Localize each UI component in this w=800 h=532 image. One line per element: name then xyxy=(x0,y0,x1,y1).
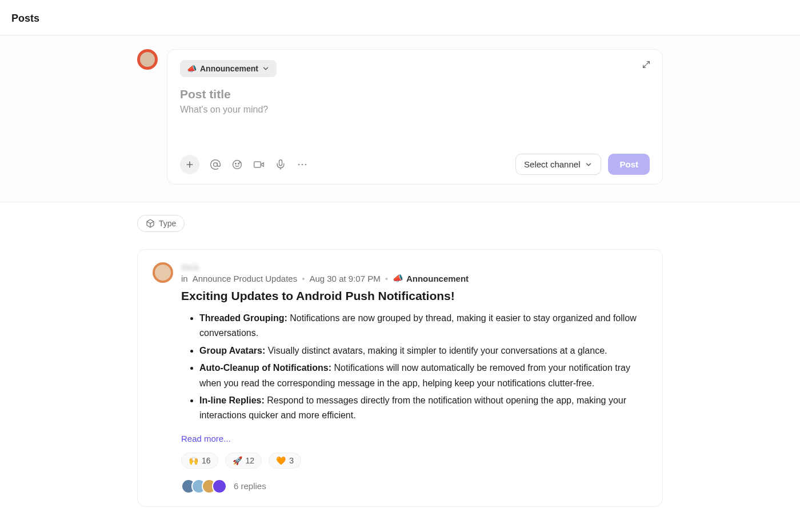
toolbar-right: Select channel Post xyxy=(515,154,650,175)
meta-separator: • xyxy=(302,274,305,283)
channel-select[interactable]: Select channel xyxy=(515,154,601,175)
composer-toolbar: Select channel Post xyxy=(180,154,650,175)
microphone-icon xyxy=(275,159,286,170)
svg-marker-7 xyxy=(261,162,263,166)
reaction-emoji-icon: 🙌 xyxy=(189,456,198,465)
composer-avatar xyxy=(137,49,158,70)
replies-count-text: 6 replies xyxy=(234,481,266,491)
post-channel-link[interactable]: Announce Product Updates xyxy=(193,274,297,283)
post-title: Exciting Updates to Android Push Notific… xyxy=(181,289,647,303)
svg-point-4 xyxy=(235,163,237,164)
reaction-pill[interactable]: 🧡 3 xyxy=(269,453,301,469)
more-horizontal-icon xyxy=(297,159,308,170)
mention-button[interactable] xyxy=(210,159,221,170)
post-bullet-item: In-line Replies: Respond to messages dir… xyxy=(199,393,647,423)
video-icon xyxy=(253,159,265,170)
post-body: Exciting Updates to Android Push Notific… xyxy=(181,289,647,494)
post-type-tag: 📣 Announcement xyxy=(393,273,469,283)
filter-type-chip[interactable]: Type xyxy=(137,215,185,232)
reaction-pill[interactable]: 🙌 16 xyxy=(181,453,218,469)
post-card: Nick in Announce Product Updates • Aug 3… xyxy=(137,249,663,507)
post-meta-line: in Announce Product Updates • Aug 30 at … xyxy=(181,273,647,283)
reaction-count: 12 xyxy=(246,456,255,465)
emoji-icon xyxy=(231,159,243,170)
mention-icon xyxy=(210,159,221,170)
in-prefix: in xyxy=(181,274,188,283)
reaction-count: 3 xyxy=(289,456,294,465)
video-button[interactable] xyxy=(253,159,265,170)
add-attachment-button[interactable] xyxy=(180,155,199,174)
channel-select-label: Select channel xyxy=(524,159,580,169)
svg-point-2 xyxy=(214,162,218,166)
expand-icon xyxy=(642,60,651,69)
page-title: Posts xyxy=(11,13,789,25)
audio-button[interactable] xyxy=(275,159,286,170)
filter-type-label: Type xyxy=(159,219,176,228)
post-button[interactable]: Post xyxy=(608,154,650,175)
post-type-label: Announcement xyxy=(200,64,258,73)
post-bullet-item: Auto-Cleanup of Notifications: Notificat… xyxy=(199,361,647,391)
post-bullet-item: Group Avatars: Visually distinct avatars… xyxy=(199,343,647,358)
svg-point-12 xyxy=(305,163,307,165)
post-author-name[interactable]: Nick xyxy=(181,262,647,272)
chevron-down-icon xyxy=(585,161,593,169)
reply-avatar xyxy=(212,479,227,494)
composer-section: 📣 Announcement xyxy=(0,35,800,202)
meta-separator: • xyxy=(385,274,388,283)
filters-row: Type xyxy=(126,202,674,232)
post-meta: Nick in Announce Product Updates • Aug 3… xyxy=(181,262,647,283)
post-author-avatar[interactable] xyxy=(153,262,173,283)
replies-row[interactable]: 6 replies xyxy=(181,479,647,494)
plus-icon xyxy=(185,160,194,169)
reaction-count: 16 xyxy=(202,456,211,465)
reaction-emoji-icon: 🚀 xyxy=(233,456,242,465)
more-options-button[interactable] xyxy=(297,159,308,170)
svg-point-10 xyxy=(298,163,300,165)
page-header: Posts xyxy=(0,0,800,35)
reaction-emoji-icon: 🧡 xyxy=(276,456,286,465)
toolbar-left xyxy=(180,155,308,174)
feed: Nick in Announce Product Updates • Aug 3… xyxy=(126,232,674,530)
post-bullet-list: Threaded Grouping: Notifications are now… xyxy=(181,311,647,423)
megaphone-icon: 📣 xyxy=(187,64,197,73)
composer-card: 📣 Announcement xyxy=(167,49,663,185)
megaphone-icon: 📣 xyxy=(393,273,403,283)
svg-rect-8 xyxy=(279,159,282,165)
post-type-tag-label: Announcement xyxy=(406,274,469,283)
post-header: Nick in Announce Product Updates • Aug 3… xyxy=(153,262,647,283)
svg-point-5 xyxy=(238,163,239,164)
read-more-link[interactable]: Read more... xyxy=(181,434,231,443)
expand-composer-button[interactable] xyxy=(639,58,653,71)
composer-row: 📣 Announcement xyxy=(126,49,674,185)
replies-avatar-stack xyxy=(181,479,227,494)
post-bullet-item: Threaded Grouping: Notifications are now… xyxy=(199,311,647,341)
svg-rect-6 xyxy=(254,162,261,167)
post-body-input[interactable] xyxy=(180,105,650,139)
post-title-input[interactable] xyxy=(180,87,650,101)
chevron-down-icon xyxy=(262,65,270,73)
post-type-selector[interactable]: 📣 Announcement xyxy=(180,60,277,77)
post-timestamp: Aug 30 at 9:07 PM xyxy=(309,274,380,283)
reaction-pill[interactable]: 🚀 12 xyxy=(225,453,262,469)
svg-point-11 xyxy=(302,163,303,165)
emoji-button[interactable] xyxy=(231,159,243,170)
box-icon xyxy=(146,219,155,228)
reactions-row: 🙌 16 🚀 12 🧡 3 xyxy=(181,453,647,469)
